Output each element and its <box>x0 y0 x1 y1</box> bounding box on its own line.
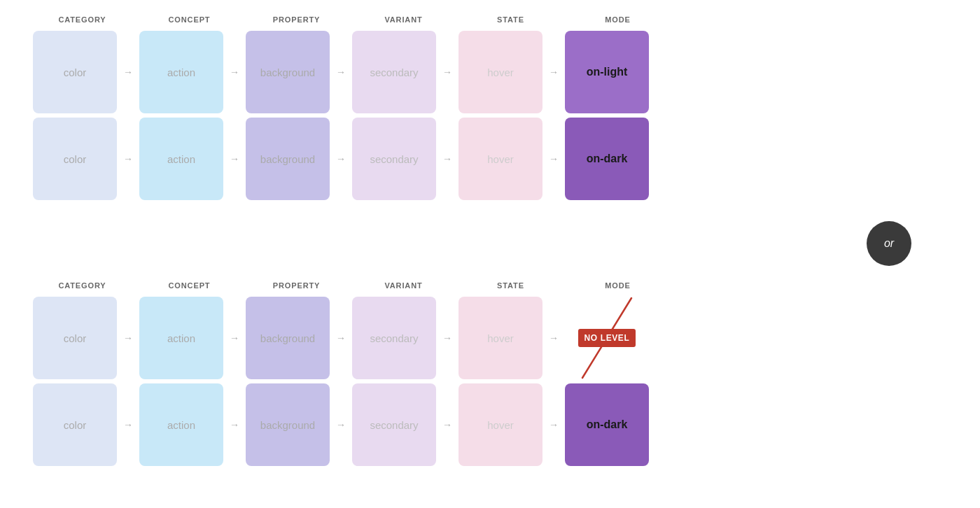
cell-mode-ondark-1: on-dark <box>565 118 649 200</box>
cell-action-1-2: action <box>139 118 223 200</box>
cell-action-2-2: action <box>139 383 223 466</box>
header-mode-2: MODE <box>570 281 665 290</box>
arrow-20: → <box>547 419 560 430</box>
arrow-10: → <box>547 153 560 164</box>
cell-mode-ondark-2: on-dark <box>565 383 649 466</box>
no-level-badge: NO LEVEL <box>578 329 636 347</box>
cell-background-1-2: background <box>246 118 330 200</box>
cell-background-2-2: background <box>246 383 330 466</box>
header-property: PROPERTY <box>249 15 344 24</box>
header-state: STATE <box>463 15 558 24</box>
cell-hover-2-2: hover <box>458 383 542 466</box>
arrow-2: → <box>228 66 241 78</box>
cell-hover-1-2: hover <box>458 118 542 200</box>
header-mode: MODE <box>570 15 665 24</box>
row-2-1: color → action → background → secondary … <box>28 297 952 379</box>
row-1-1: color → action → background → secondary … <box>28 31 952 113</box>
column-headers-1: CATEGORY → CONCEPT → PROPERTY → VARIANT … <box>28 14 952 25</box>
arrow-8: → <box>335 153 347 164</box>
cell-hover-1-1: hover <box>458 31 542 113</box>
section-1: CATEGORY → CONCEPT → PROPERTY → VARIANT … <box>28 14 952 200</box>
header-category: CATEGORY <box>35 15 130 24</box>
section-2: CATEGORY → CONCEPT → PROPERTY → VARIANT … <box>28 280 952 466</box>
arrow-11: → <box>122 332 134 344</box>
cell-color-2-1: color <box>33 297 117 379</box>
cell-color-2-2: color <box>33 383 117 466</box>
cell-action-2-1: action <box>139 297 223 379</box>
header-state-2: STATE <box>463 281 558 290</box>
row-1-2: color → action → background → secondary … <box>28 118 952 200</box>
header-category-2: CATEGORY <box>35 281 130 290</box>
cell-secondary-1-2: secondary <box>352 118 436 200</box>
cell-color-1-1: color <box>33 31 117 113</box>
column-headers-2: CATEGORY → CONCEPT → PROPERTY → VARIANT … <box>28 280 952 291</box>
arrow-15: → <box>547 332 560 344</box>
arrow-5: → <box>547 66 560 78</box>
cell-no-level-wrapper: NO LEVEL <box>565 297 649 379</box>
or-divider: or <box>867 221 911 266</box>
arrow-1: → <box>122 66 134 78</box>
arrow-12: → <box>228 332 241 344</box>
cell-hover-2-1: hover <box>458 297 542 379</box>
arrow-6: → <box>122 153 134 164</box>
cell-secondary-2-1: secondary <box>352 297 436 379</box>
arrow-16: → <box>122 419 134 430</box>
cell-secondary-1-1: secondary <box>352 31 436 113</box>
arrow-9: → <box>441 153 454 164</box>
cell-mode-onlight: on-light <box>565 31 649 113</box>
row-2-2: color → action → background → secondary … <box>28 383 952 466</box>
cell-background-1-1: background <box>246 31 330 113</box>
header-concept: CONCEPT <box>142 15 237 24</box>
arrow-14: → <box>441 332 454 344</box>
arrow-4: → <box>441 66 454 78</box>
header-property-2: PROPERTY <box>249 281 344 290</box>
cell-no-level: NO LEVEL <box>565 297 649 379</box>
arrow-3: → <box>335 66 347 78</box>
header-variant-2: VARIANT <box>356 281 451 290</box>
header-variant: VARIANT <box>356 15 451 24</box>
header-concept-2: CONCEPT <box>142 281 237 290</box>
arrow-18: → <box>335 419 347 430</box>
cell-color-1-2: color <box>33 118 117 200</box>
cell-background-2-1: background <box>246 297 330 379</box>
arrow-13: → <box>335 332 347 344</box>
arrow-19: → <box>441 419 454 430</box>
arrow-17: → <box>228 419 241 430</box>
cell-action-1-1: action <box>139 31 223 113</box>
arrow-7: → <box>228 153 241 164</box>
cell-secondary-2-2: secondary <box>352 383 436 466</box>
